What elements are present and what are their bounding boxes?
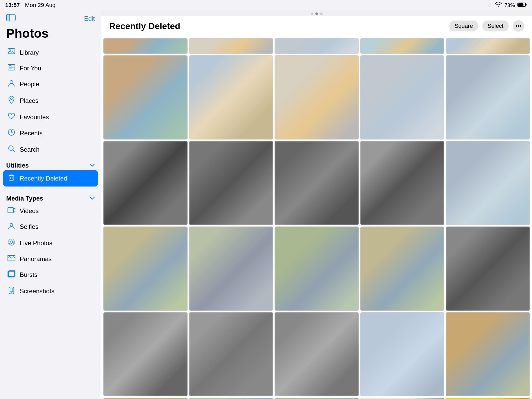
- photo-partial-4[interactable]: [360, 38, 444, 54]
- svg-rect-6: [8, 49, 15, 54]
- photo-5-4[interactable]: [360, 398, 444, 399]
- photo-5-2[interactable]: [189, 398, 273, 399]
- favourites-label: Favourites: [20, 114, 49, 121]
- content-header: Recently Deleted Square Select •••: [101, 16, 532, 36]
- places-label: Places: [20, 97, 38, 104]
- recently-deleted-icon: [7, 174, 16, 183]
- search-icon: [7, 145, 16, 154]
- photo-4-4[interactable]: [360, 312, 444, 396]
- svg-rect-19: [8, 208, 14, 213]
- sidebar-item-panoramas[interactable]: Panoramas: [3, 251, 98, 267]
- svg-rect-29: [10, 288, 13, 292]
- dot-3: [320, 12, 323, 15]
- photo-5-1[interactable]: [103, 398, 188, 399]
- sidebar-item-favourites[interactable]: Favourites: [3, 109, 98, 125]
- sidebar-nav: Library For You: [0, 45, 101, 158]
- sidebar-item-library[interactable]: Library: [3, 45, 98, 61]
- sidebar-item-recently-deleted[interactable]: Recently Deleted: [3, 170, 98, 187]
- svg-point-28: [11, 292, 12, 293]
- photo-2-4[interactable]: [360, 141, 444, 225]
- svg-point-13: [11, 98, 12, 100]
- photo-1-5[interactable]: [446, 55, 530, 139]
- places-icon: [7, 96, 16, 105]
- photo-1-4[interactable]: [360, 55, 444, 139]
- photo-2-2[interactable]: [189, 141, 273, 225]
- people-icon: [7, 79, 16, 89]
- status-date: Mon 29 Aug: [25, 2, 55, 9]
- screenshots-icon: [7, 287, 16, 296]
- photo-2-1[interactable]: [103, 141, 188, 225]
- sidebar-item-recents[interactable]: Recents: [3, 125, 98, 141]
- dot-1: [311, 12, 313, 15]
- svg-rect-1: [526, 4, 527, 5]
- photo-3-4[interactable]: [360, 227, 444, 311]
- utilities-nav: Recently Deleted: [0, 170, 101, 187]
- photo-partial-2[interactable]: [189, 38, 273, 54]
- photo-1-3[interactable]: [275, 55, 359, 139]
- svg-point-20: [10, 223, 13, 226]
- favourites-icon: [7, 113, 16, 121]
- photo-4-3[interactable]: [275, 312, 359, 396]
- photo-1-2[interactable]: [189, 55, 273, 139]
- library-label: Library: [20, 49, 39, 56]
- sidebar-item-selfies[interactable]: Selfies: [3, 218, 98, 235]
- dot-2: [315, 12, 318, 15]
- photo-5-3[interactable]: [275, 398, 359, 399]
- recents-label: Recents: [20, 130, 43, 137]
- photo-1-1[interactable]: [103, 55, 188, 139]
- battery-icon: [517, 2, 527, 8]
- battery-label: 73%: [504, 2, 515, 8]
- media-types-section-header[interactable]: Media Types: [0, 191, 101, 203]
- sidebar-item-for-you[interactable]: For You: [3, 61, 98, 76]
- sidebar: Edit Photos Library: [0, 10, 101, 399]
- photo-4-2[interactable]: [189, 312, 273, 396]
- photo-4-5[interactable]: [446, 312, 530, 396]
- sidebar-item-screenshots[interactable]: Screenshots: [3, 283, 98, 299]
- live-photos-icon: [7, 238, 16, 248]
- content-actions: Square Select •••: [449, 20, 524, 32]
- more-button[interactable]: •••: [513, 20, 524, 32]
- photo-partial-1[interactable]: [103, 38, 188, 54]
- select-button[interactable]: Select: [482, 21, 509, 31]
- sidebar-item-people[interactable]: People: [3, 76, 98, 92]
- svg-rect-11: [9, 69, 12, 69]
- videos-icon: [7, 207, 16, 215]
- sidebar-item-bursts[interactable]: Bursts: [3, 267, 98, 283]
- svg-rect-24: [8, 271, 15, 277]
- wifi-icon: [495, 2, 502, 9]
- photo-row-2: [103, 141, 530, 225]
- library-icon: [7, 48, 16, 57]
- photo-partial-3[interactable]: [275, 38, 359, 54]
- svg-rect-8: [8, 64, 15, 70]
- photo-2-3[interactable]: [275, 141, 359, 225]
- sidebar-item-live-photos[interactable]: Live Photos: [3, 235, 98, 251]
- square-button[interactable]: Square: [449, 21, 478, 31]
- svg-rect-4: [6, 14, 10, 21]
- photo-5-5[interactable]: [446, 398, 530, 399]
- utilities-title: Utilities: [6, 162, 29, 169]
- partial-row-top: [103, 38, 530, 54]
- sidebar-toggle-icon[interactable]: [6, 14, 16, 23]
- main-content: Recently Deleted Square Select •••: [101, 10, 532, 399]
- selfies-icon: [7, 222, 16, 231]
- edit-button[interactable]: Edit: [84, 15, 95, 22]
- page-dots: [101, 10, 532, 16]
- photo-3-5[interactable]: [446, 227, 530, 311]
- photo-2-5[interactable]: [446, 141, 530, 225]
- photo-4-1[interactable]: [103, 312, 188, 396]
- photo-grid[interactable]: [101, 36, 532, 399]
- photo-row-5: [103, 398, 530, 399]
- photo-row-1: [103, 55, 530, 139]
- for-you-icon: [7, 64, 16, 72]
- sidebar-item-places[interactable]: Places: [3, 92, 98, 109]
- photo-3-3[interactable]: [275, 227, 359, 311]
- svg-rect-9: [9, 65, 11, 67]
- utilities-section-header[interactable]: Utilities: [0, 158, 101, 170]
- sidebar-item-videos[interactable]: Videos: [3, 203, 98, 218]
- photo-3-2[interactable]: [189, 227, 273, 311]
- sidebar-item-search[interactable]: Search: [3, 141, 98, 158]
- photo-3-1[interactable]: [103, 227, 188, 311]
- photo-partial-5[interactable]: [446, 38, 530, 54]
- recently-deleted-label: Recently Deleted: [20, 175, 67, 182]
- recents-icon: [7, 129, 16, 138]
